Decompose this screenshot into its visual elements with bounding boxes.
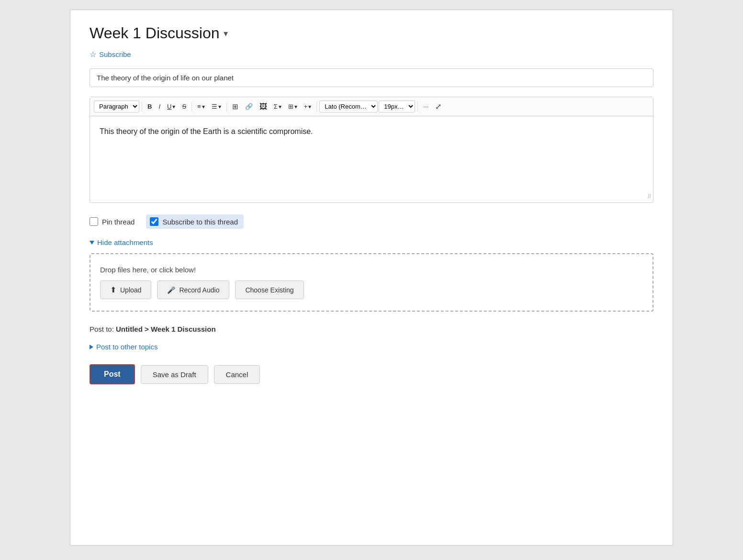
font-select[interactable]: Lato (Recom… bbox=[319, 101, 378, 112]
upload-label: Upload bbox=[120, 286, 141, 294]
bold-button[interactable]: B bbox=[145, 101, 155, 112]
hide-attachments-link[interactable]: Hide attachments bbox=[90, 238, 653, 246]
editor-container: Paragraph B I U ▾ S ≡ ▾ ☰ bbox=[90, 97, 653, 203]
editor-toolbar: Paragraph B I U ▾ S ≡ ▾ ☰ bbox=[90, 97, 653, 116]
size-select[interactable]: 19px… bbox=[379, 101, 415, 112]
subscribe-link[interactable]: ☆ Subscribe bbox=[90, 50, 653, 59]
post-button[interactable]: Post bbox=[90, 364, 135, 384]
align-button[interactable]: ≡ ▾ bbox=[194, 101, 208, 112]
save-draft-button[interactable]: Save as Draft bbox=[141, 365, 208, 384]
title-dropdown-arrow[interactable]: ▾ bbox=[224, 28, 228, 39]
resize-handle[interactable]: // bbox=[648, 192, 651, 201]
toolbar-sep-4 bbox=[316, 102, 317, 112]
record-audio-icon: 🎤 bbox=[167, 286, 175, 294]
action-buttons: Post Save as Draft Cancel bbox=[90, 364, 653, 384]
post-to-other-label: Post to other topics bbox=[96, 343, 158, 351]
pin-thread-checkbox[interactable] bbox=[90, 217, 98, 226]
post-to-other-arrow bbox=[90, 345, 93, 349]
star-icon: ☆ bbox=[90, 50, 96, 59]
toolbar-sep-3 bbox=[226, 102, 227, 112]
image-button[interactable]: 🖼 bbox=[257, 101, 270, 113]
dropzone-text: Drop files here, or click below! bbox=[100, 266, 643, 274]
record-audio-label: Record Audio bbox=[179, 286, 219, 294]
toolbar-sep-2 bbox=[191, 102, 192, 112]
dropzone-buttons: ⬆ Upload 🎤 Record Audio Choose Existing bbox=[100, 280, 643, 299]
upload-icon: ⬆ bbox=[110, 285, 116, 294]
subscribe-label: Subscribe bbox=[99, 50, 131, 58]
toolbar-sep-5 bbox=[417, 102, 418, 112]
pin-thread-checkbox-label[interactable]: Pin thread bbox=[90, 217, 135, 226]
post-to-line: Post to: Untitled > Week 1 Discussion bbox=[90, 325, 653, 333]
post-to-other-topics-link[interactable]: Post to other topics bbox=[90, 343, 653, 351]
paragraph-select[interactable]: Paragraph bbox=[94, 101, 139, 112]
hide-attachments-label: Hide attachments bbox=[97, 238, 153, 246]
embed-button[interactable]: ⊞ bbox=[229, 101, 241, 113]
table-button[interactable]: ⊞ ▾ bbox=[285, 101, 300, 112]
post-to-label: Post to: bbox=[90, 325, 114, 333]
overflow-button[interactable]: ··· bbox=[420, 101, 431, 112]
italic-button[interactable]: I bbox=[156, 101, 163, 112]
choose-existing-label: Choose Existing bbox=[245, 286, 293, 294]
subscribe-thread-checkbox-label[interactable]: Subscribe to this thread bbox=[146, 214, 244, 229]
underline-dropdown-arrow: ▾ bbox=[172, 103, 175, 110]
post-to-destination: Untitled > Week 1 Discussion bbox=[116, 325, 216, 333]
attachments-toggle-arrow bbox=[90, 241, 94, 245]
page-title-row: Week 1 Discussion ▾ bbox=[90, 24, 653, 42]
editor-body[interactable]: This theory of the origin of the Earth i… bbox=[90, 116, 653, 202]
list-button[interactable]: ☰ ▾ bbox=[209, 101, 224, 112]
checkboxes-row: Pin thread Subscribe to this thread bbox=[90, 214, 653, 229]
fullscreen-button[interactable]: ⤢ bbox=[432, 100, 444, 113]
choose-existing-button[interactable]: Choose Existing bbox=[235, 280, 304, 299]
record-audio-button[interactable]: 🎤 Record Audio bbox=[157, 280, 229, 299]
pin-thread-label: Pin thread bbox=[102, 218, 135, 226]
link-button[interactable]: 🔗 bbox=[242, 101, 256, 112]
toolbar-sep-1 bbox=[142, 102, 142, 112]
editor-content: This theory of the origin of the Earth i… bbox=[100, 127, 313, 135]
upload-button[interactable]: ⬆ Upload bbox=[100, 280, 151, 299]
subject-input[interactable] bbox=[90, 68, 653, 87]
post-to-section: Post to: Untitled > Week 1 Discussion bbox=[90, 325, 653, 333]
subscribe-thread-checkbox[interactable] bbox=[150, 217, 158, 226]
page-title: Week 1 Discussion bbox=[90, 24, 220, 42]
formula-button[interactable]: Σ ▾ bbox=[271, 101, 284, 112]
insert-button[interactable]: + ▾ bbox=[301, 101, 315, 112]
underline-button[interactable]: U ▾ bbox=[164, 101, 178, 112]
page-container: Week 1 Discussion ▾ ☆ Subscribe Paragrap… bbox=[70, 10, 673, 546]
attachments-dropzone[interactable]: Drop files here, or click below! ⬆ Uploa… bbox=[90, 253, 653, 312]
cancel-button[interactable]: Cancel bbox=[214, 365, 260, 384]
strikethrough-button[interactable]: S bbox=[179, 101, 189, 112]
subscribe-thread-label: Subscribe to this thread bbox=[162, 218, 238, 226]
